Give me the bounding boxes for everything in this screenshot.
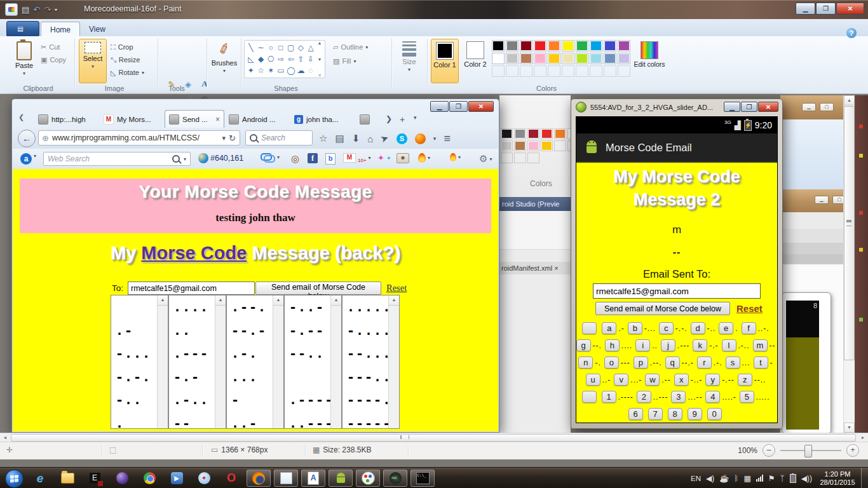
scroll-handle-icon[interactable]: ▼ (318, 57, 322, 62)
listbox-scrollbar[interactable]: ▲ (157, 295, 168, 428)
palette-empty-slot[interactable] (562, 65, 574, 77)
zoom-slider[interactable] (780, 450, 841, 451)
scroll-up-icon[interactable]: ▲ (389, 295, 399, 306)
six-point-star-shape-icon[interactable]: ✶ (266, 65, 276, 76)
palette-empty-slot[interactable] (590, 65, 602, 77)
down-arrow-shape-icon[interactable]: ⇩ (306, 53, 316, 65)
scroll-more-icon[interactable]: ≡ (318, 73, 321, 78)
key-x-button[interactable]: x (674, 374, 689, 386)
palette-color-swatch[interactable] (527, 140, 539, 151)
key-a-button[interactable]: a (602, 322, 616, 334)
search-bar[interactable]: Search (245, 130, 313, 146)
cloud-callout-shape-icon[interactable]: ☁ (296, 65, 306, 76)
flag-icon[interactable]: ⚑ (768, 474, 775, 483)
browser-tab-partial[interactable] (355, 110, 383, 128)
key-3-button[interactable]: 3 (671, 391, 686, 403)
zoom-out-button[interactable]: – (763, 444, 775, 457)
key-z-button[interactable]: z (738, 374, 752, 386)
key-6-button[interactable]: 6 (628, 408, 643, 420)
zoom-in-button[interactable]: + (846, 444, 859, 457)
battery-icon[interactable] (790, 474, 796, 483)
palette-color-swatch[interactable] (506, 40, 519, 51)
start-button[interactable] (5, 470, 24, 488)
minimize-button[interactable]: ▁ (796, 3, 815, 15)
outline-button[interactable]: ▱Outline▾ (333, 41, 368, 53)
menu-icon[interactable]: ≡ (444, 132, 451, 146)
paint-menu-button[interactable]: ▤▾ (6, 21, 39, 37)
gmail-notifier-icon[interactable]: M10+▾ (343, 153, 371, 163)
back-button[interactable]: ← (18, 130, 36, 147)
color2-button[interactable]: Color 2 (461, 39, 489, 83)
rectangle-shape-icon[interactable]: □ (276, 42, 286, 53)
cut-button[interactable]: ✂Cut (41, 41, 60, 53)
resize-button[interactable]: ⤡Resize (111, 54, 140, 65)
palette-color-swatch[interactable] (541, 140, 553, 151)
listbox-scrollbar[interactable]: ▲ (388, 295, 399, 428)
scroll-left-icon[interactable]: ◂ (0, 433, 10, 442)
scroll-up-icon[interactable]: ▲ (844, 95, 855, 105)
palette-empty-slot[interactable] (514, 152, 526, 163)
edit-colors-button[interactable]: Edit colors (633, 39, 666, 83)
key-y-button[interactable]: y (705, 374, 720, 386)
facebook-icon[interactable]: f (308, 153, 318, 163)
rotate-button[interactable]: ◺Rotate▾ (111, 67, 144, 78)
tab-scroll-right-icon[interactable]: ❯ (386, 114, 392, 123)
palette-color-swatch[interactable] (576, 40, 588, 51)
key-p-button[interactable]: p (634, 356, 648, 369)
maximize-button[interactable]: ❐ (449, 101, 468, 112)
palette-empty-slot[interactable] (576, 65, 588, 77)
scroll-down-icon[interactable]: ▼ (844, 423, 855, 433)
key-q-button[interactable]: q (665, 356, 680, 369)
key-blank-button[interactable] (582, 391, 597, 403)
rounded-rectangle-shape-icon[interactable]: ▢ (286, 42, 296, 53)
curve-shape-icon[interactable]: ∼ (256, 42, 266, 53)
signal-icon[interactable] (756, 475, 763, 482)
browser-tab[interactable]: http:...high (34, 110, 99, 128)
oval-callout-shape-icon[interactable]: ◯ (286, 65, 296, 76)
seo-tool-icon[interactable]: ◎ (291, 153, 299, 165)
fill-button[interactable]: ▨Fill▾ (333, 55, 356, 67)
palette-color-swatch[interactable] (514, 128, 526, 139)
palette-color-swatch[interactable] (562, 40, 574, 51)
key-2-button[interactable]: 2 (637, 391, 651, 403)
palette-empty-slot[interactable] (604, 65, 616, 77)
close-button[interactable]: ✕ (758, 102, 778, 112)
qat-dropdown-icon[interactable]: ▾ (55, 7, 57, 13)
taskbar-sdk-manager-button[interactable]: AND_ (383, 470, 407, 487)
polygon-shape-icon[interactable]: ◇ (296, 42, 306, 53)
maximize-button[interactable]: ❐ (741, 102, 757, 112)
scroll-up-icon[interactable]: ▲ (331, 295, 341, 306)
palette-empty-slot[interactable] (506, 65, 519, 77)
key-1-button[interactable]: 1 (602, 391, 616, 403)
shapes-grid[interactable]: ╲∼○□▢◇△◺◆⎔⇨⇦⇧⇩✦☆✶▭◯☁◌ (244, 40, 325, 78)
firefox-share-icon[interactable] (415, 133, 426, 144)
hot-search-icon[interactable]: ▾ (450, 153, 461, 161)
taskbar-command-prompt-button[interactable]: C:\_ (410, 470, 435, 487)
key-g-button[interactable]: g (576, 339, 591, 351)
show-desktop-button[interactable] (861, 468, 868, 488)
morse-listbox[interactable]: .--.--.-.-....-..-▲ (226, 295, 284, 429)
url-bar[interactable]: ⊕ www.rjmprogramming.com.au/HTMLCSS/ ▾↻ (38, 130, 240, 146)
scroll-up-icon[interactable]: ▲ (273, 295, 283, 306)
alexa-rank[interactable]: #640,161 (198, 153, 243, 163)
key-k-button[interactable]: k (693, 339, 707, 351)
web-search-input[interactable]: Web Search ▾ (43, 152, 191, 166)
key-4-button[interactable]: 4 (705, 391, 720, 403)
tab-home[interactable]: Home (41, 22, 80, 37)
url-dropdown-icon[interactable]: ▾ (222, 134, 226, 142)
taskbar-media-player-button[interactable]: ▶ (165, 470, 189, 487)
left-arrow-shape-icon[interactable]: ⇦ (286, 53, 296, 65)
reload-icon[interactable]: ↻ (229, 133, 236, 143)
palette-color-swatch[interactable] (562, 53, 574, 64)
listbox-scrollbar[interactable]: ▲ (273, 295, 283, 428)
palette-empty-slot[interactable] (548, 65, 560, 77)
paint-vertical-scrollbar[interactable]: ▲ ▼ (843, 95, 855, 433)
java-icon[interactable]: ☕ (719, 474, 729, 483)
alexa-toolbar-icon[interactable]: a (20, 153, 32, 165)
send-email-button[interactable]: Send email of Morse Code below (595, 302, 730, 315)
paint-horizontal-scrollbar[interactable]: ◂ ▸ (0, 433, 868, 442)
link-tool[interactable]: ▾ (261, 153, 280, 161)
key-e-button[interactable]: e (719, 322, 733, 334)
close-button[interactable]: ✕ (836, 3, 864, 15)
palette-color-swatch[interactable] (527, 128, 539, 139)
